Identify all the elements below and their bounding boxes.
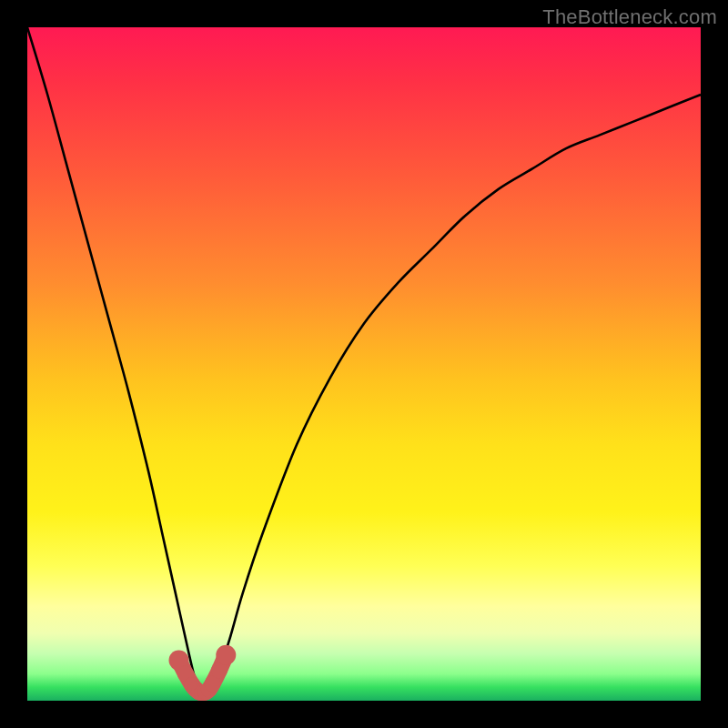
watermark-text: TheBottleneck.com [542, 5, 717, 29]
highlighted-trough-dots [169, 645, 237, 701]
bottleneck-curve-path [27, 27, 701, 695]
chart-plot-area [27, 27, 701, 701]
highlight-dot [216, 645, 236, 665]
chart-frame: TheBottleneck.com [0, 0, 728, 728]
chart-svg [27, 27, 701, 701]
